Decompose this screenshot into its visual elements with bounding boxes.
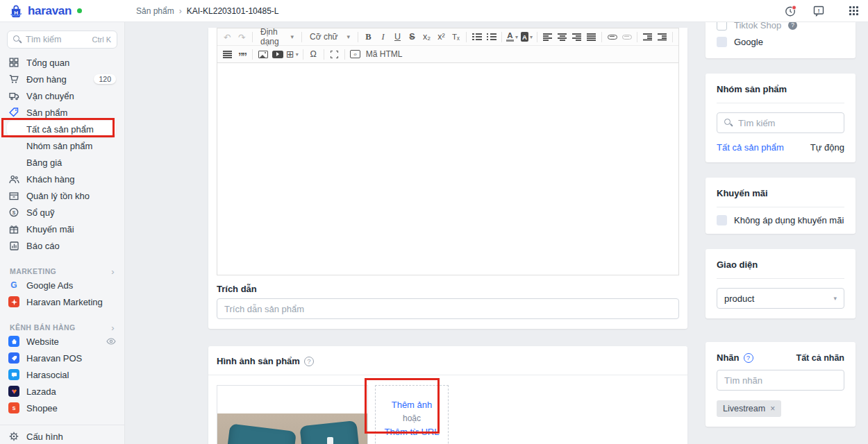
align-justify-icon[interactable] bbox=[584, 30, 599, 44]
insert-link-icon[interactable] bbox=[605, 30, 619, 44]
superscript-icon[interactable]: x² bbox=[434, 30, 449, 44]
add-from-url-link[interactable]: Thêm từ URL bbox=[385, 427, 440, 437]
orders-count-badge: 120 bbox=[94, 74, 116, 84]
chevron-right-icon: › bbox=[111, 323, 115, 333]
outdent-icon[interactable] bbox=[640, 30, 655, 44]
sidebar-item-website[interactable]: Website bbox=[0, 333, 124, 350]
tags-title: Nhãn bbox=[717, 352, 740, 363]
sidebar-item-shopee[interactable]: S Shopee bbox=[0, 400, 124, 416]
sidebar-item-reports[interactable]: Báo cáo bbox=[0, 237, 124, 254]
font-color-icon[interactable]: A ▾ bbox=[505, 30, 519, 44]
sidebar-item-google-ads[interactable]: G Google Ads bbox=[0, 277, 124, 293]
product-image-thumbnail[interactable] bbox=[217, 385, 368, 444]
google-icon: G bbox=[8, 280, 19, 290]
undo-icon[interactable]: ↶ bbox=[220, 30, 235, 44]
tiktok-shop-checkbox[interactable] bbox=[717, 22, 727, 31]
redo-icon[interactable]: ↷ bbox=[235, 30, 249, 44]
breadcrumb-section[interactable]: Sản phẩm bbox=[136, 6, 174, 16]
product-images-card: Hình ảnh sản phẩm ? Thêm ảnh bbox=[208, 346, 687, 444]
insert-image-icon[interactable] bbox=[256, 47, 270, 62]
tag-chip-livestream[interactable]: Livestream × bbox=[717, 400, 781, 417]
sidebar-item-shipping[interactable]: Vận chuyển bbox=[0, 87, 124, 104]
feedback-message-icon[interactable]: ! bbox=[812, 5, 825, 17]
tag-icon bbox=[8, 108, 19, 117]
sidebar-item-inventory[interactable]: Quản lý tồn kho bbox=[0, 187, 124, 204]
html-code-icon[interactable]: ‹› bbox=[348, 47, 362, 62]
sidebar-item-overview[interactable]: Tổng quan bbox=[0, 54, 124, 71]
subscript-icon[interactable]: x₂ bbox=[419, 30, 434, 44]
template-select[interactable]: product ▾ bbox=[717, 288, 844, 309]
harasocial-channel-icon bbox=[8, 369, 19, 380]
info-icon[interactable]: ? bbox=[788, 22, 797, 30]
product-photo bbox=[217, 413, 367, 444]
italic-icon[interactable]: I bbox=[376, 30, 390, 44]
no-promotion-checkbox[interactable] bbox=[717, 215, 727, 225]
sidebar-item-harasocial[interactable]: Harasocial bbox=[0, 366, 124, 383]
fullscreen-icon[interactable] bbox=[327, 47, 342, 62]
sidebar-subitem-all-products[interactable]: Tất cả sản phẩm bbox=[7, 121, 116, 137]
sidebar-item-settings[interactable]: Cấu hình bbox=[0, 428, 124, 444]
add-image-link[interactable]: Thêm ảnh bbox=[392, 400, 433, 410]
sidebar-item-haravan-pos[interactable]: Haravan POS bbox=[0, 350, 124, 366]
sidebar-item-lazada[interactable]: Lazada bbox=[0, 383, 124, 400]
all-tags-link[interactable]: Tất cả nhãn bbox=[796, 353, 844, 363]
help-icon[interactable]: ? bbox=[304, 357, 314, 366]
haravan-logo[interactable]: H haravan bbox=[0, 3, 125, 19]
align-center-icon[interactable] bbox=[555, 30, 569, 44]
remove-link-icon[interactable] bbox=[619, 30, 634, 44]
insert-table-icon[interactable]: ⊞▾ bbox=[285, 47, 300, 62]
images-panel-title: Hình ảnh sản phẩm bbox=[217, 356, 300, 366]
excerpt-input[interactable] bbox=[217, 298, 679, 319]
tags-card: Nhãn ? Tất cả nhãn Livestream × bbox=[706, 342, 856, 427]
fontsize-dropdown[interactable]: Cỡ chữ ▾ bbox=[305, 30, 355, 44]
remove-tag-icon[interactable]: × bbox=[770, 404, 775, 413]
all-products-link[interactable]: Tất cả sản phẩm bbox=[717, 142, 784, 153]
tags-search[interactable] bbox=[717, 370, 844, 391]
sidebar-subitem-pricelist[interactable]: Bảng giá bbox=[0, 154, 124, 171]
special-char-icon[interactable]: Ω bbox=[306, 47, 321, 62]
sidebar-search[interactable]: Ctrl K bbox=[7, 31, 117, 49]
sidebar-item-haravan-marketing[interactable]: Haravan Marketing bbox=[0, 293, 124, 310]
tags-help-icon[interactable]: ? bbox=[744, 353, 753, 363]
editor-toolbar-row1: ↶ ↷ Định dạng ▾ Cỡ chữ ▾ B bbox=[217, 28, 678, 46]
sidebar-item-orders[interactable]: Đơn hàng 120 bbox=[0, 71, 124, 87]
underline-icon[interactable]: U bbox=[390, 30, 405, 44]
sidebar-section-marketing[interactable]: MARKETING › bbox=[0, 266, 124, 277]
collections-search-input[interactable] bbox=[738, 118, 837, 128]
bullet-list-icon[interactable] bbox=[484, 30, 499, 44]
customers-icon bbox=[8, 175, 19, 184]
format-dropdown[interactable]: Định dạng ▾ bbox=[256, 30, 299, 44]
ordered-list-icon[interactable] bbox=[469, 30, 484, 44]
tags-search-input[interactable] bbox=[724, 375, 837, 386]
notifications-icon[interactable] bbox=[785, 5, 797, 17]
strikethrough-icon[interactable]: S bbox=[405, 30, 419, 44]
sidebar-item-products[interactable]: Sản phẩm bbox=[0, 104, 124, 121]
collections-search[interactable] bbox=[717, 112, 844, 133]
sidebar-item-customers[interactable]: Khách hàng bbox=[0, 171, 124, 187]
align-left-icon[interactable] bbox=[540, 30, 555, 44]
highlight-color-icon[interactable]: A ▾ bbox=[519, 30, 534, 44]
add-image-dropzone[interactable]: Thêm ảnh hoặc Thêm từ URL bbox=[375, 385, 449, 444]
line-height-icon[interactable] bbox=[220, 47, 235, 62]
apps-grid-icon[interactable] bbox=[840, 5, 853, 17]
align-right-icon[interactable] bbox=[569, 30, 584, 44]
no-promotion-label: Không áp dụng khuyến mãi bbox=[734, 215, 844, 225]
insert-video-icon[interactable] bbox=[270, 47, 285, 62]
html-code-label[interactable]: Mã HTML bbox=[366, 49, 403, 59]
sidebar-section-sales-channels[interactable]: KÊNH BÁN HÀNG › bbox=[0, 322, 124, 333]
sidebar-item-promotions[interactable]: Khuyến mãi bbox=[0, 221, 124, 237]
sales-channels-card: Tiktok Shop ? Google bbox=[706, 22, 856, 58]
bold-icon[interactable]: B bbox=[361, 30, 376, 44]
blockquote-icon[interactable]: ”” bbox=[235, 47, 249, 62]
editor-content[interactable] bbox=[217, 63, 678, 275]
google-checkbox[interactable] bbox=[717, 37, 727, 47]
sidebar-divider bbox=[0, 425, 124, 425]
sidebar-subitem-collections[interactable]: Nhóm sản phẩm bbox=[0, 137, 124, 154]
indent-icon[interactable] bbox=[655, 30, 669, 44]
sidebar-search-input[interactable] bbox=[26, 35, 88, 44]
clear-format-icon[interactable]: Tₓ bbox=[449, 30, 463, 44]
eye-icon[interactable] bbox=[106, 338, 116, 345]
sidebar-item-cashbook[interactable]: $ Sổ quỹ bbox=[0, 204, 124, 221]
promotion-title: Khuyến mãi bbox=[717, 178, 844, 207]
inventory-box-icon bbox=[8, 191, 19, 200]
